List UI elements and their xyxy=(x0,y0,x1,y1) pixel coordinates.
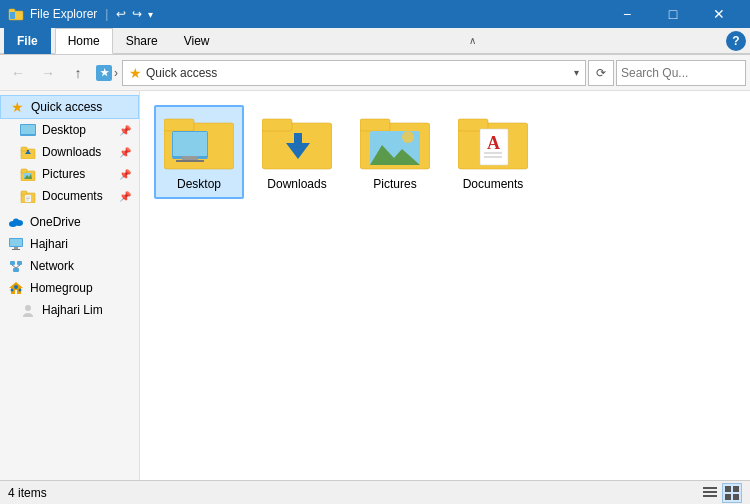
help-button[interactable]: ? xyxy=(726,31,746,51)
ribbon: File Home Share View ∧ ? xyxy=(0,28,750,55)
sidebar-label-pictures: Pictures xyxy=(42,167,113,181)
close-button[interactable]: ✕ xyxy=(696,0,742,28)
svg-rect-66 xyxy=(733,486,739,492)
ribbon-tab-bar: File Home Share View ∧ ? xyxy=(0,28,750,54)
sidebar-item-pictures[interactable]: Pictures 📌 xyxy=(0,163,139,185)
network-icon xyxy=(8,258,24,274)
folder-grid: Desktop Downloads xyxy=(150,101,740,203)
sidebar-item-homegroup[interactable]: Homegroup xyxy=(0,277,139,299)
navigation-bar: ← → ↑ ★ › ★ Quick access ▾ ⟳ 🔍 xyxy=(0,55,750,91)
sidebar-item-quick-access[interactable]: ★ Quick access xyxy=(0,95,139,119)
sidebar-item-hajhari[interactable]: Hajhari xyxy=(0,233,139,255)
quick-access-star-icon: ★ xyxy=(9,99,25,115)
svg-rect-2 xyxy=(10,12,15,19)
title-bar-left: File Explorer | ↩ ↪ ▾ xyxy=(8,6,153,22)
list-view-button[interactable] xyxy=(700,483,720,503)
svg-rect-26 xyxy=(10,261,15,265)
downloads-folder-icon xyxy=(262,113,332,173)
maximize-button[interactable]: □ xyxy=(650,0,696,28)
main-area: ★ Quick access Desktop 📌 Downloads xyxy=(0,91,750,480)
documents-folder-label: Documents xyxy=(463,177,524,191)
svg-rect-25 xyxy=(12,249,20,250)
folder-item-pictures[interactable]: Pictures xyxy=(350,105,440,199)
ribbon-collapse-button[interactable]: ∧ xyxy=(462,31,482,51)
computer-icon xyxy=(8,236,24,252)
folder-item-documents[interactable]: A Documents xyxy=(448,105,538,199)
sidebar-label-quick-access: Quick access xyxy=(31,100,130,114)
sidebar-label-homegroup: Homegroup xyxy=(30,281,131,295)
onedrive-icon xyxy=(8,214,24,230)
homegroup-icon xyxy=(8,280,24,296)
address-bar[interactable]: ★ Quick access ▾ xyxy=(122,60,586,86)
svg-rect-41 xyxy=(173,132,207,156)
sidebar-label-hajhari-lim: Hajhari Lim xyxy=(42,303,131,317)
svg-rect-10 xyxy=(21,169,27,173)
svg-rect-67 xyxy=(725,494,731,500)
folder-item-downloads[interactable]: Downloads xyxy=(252,105,342,199)
svg-point-32 xyxy=(14,285,18,289)
svg-point-36 xyxy=(23,313,33,317)
desktop-folder-label: Desktop xyxy=(177,177,221,191)
title-bar: File Explorer | ↩ ↪ ▾ − □ ✕ xyxy=(0,0,750,28)
large-icon-view-button[interactable] xyxy=(722,483,742,503)
desktop-pin-icon: 📌 xyxy=(119,125,131,136)
svg-rect-39 xyxy=(164,119,194,131)
tab-share[interactable]: Share xyxy=(113,28,171,54)
svg-rect-8 xyxy=(27,150,29,154)
back-button[interactable]: ← xyxy=(4,59,32,87)
search-bar[interactable]: 🔍 xyxy=(616,60,746,86)
svg-rect-14 xyxy=(21,191,27,195)
sidebar-label-network: Network xyxy=(30,259,131,273)
tab-view[interactable]: View xyxy=(171,28,223,54)
tab-file[interactable]: File xyxy=(4,28,51,54)
sidebar-item-hajhari-lim[interactable]: Hajhari Lim xyxy=(0,299,139,321)
svg-line-30 xyxy=(16,265,20,268)
documents-pin-icon: 📌 xyxy=(119,191,131,202)
desktop-folder-icon xyxy=(164,113,234,173)
documents-folder-icon: A xyxy=(458,113,528,173)
svg-rect-64 xyxy=(703,495,717,497)
item-count: 4 items xyxy=(8,486,47,500)
window-controls: − □ ✕ xyxy=(604,0,742,28)
svg-rect-65 xyxy=(725,486,731,492)
dropdown-arrow[interactable]: ▾ xyxy=(148,9,153,20)
svg-rect-27 xyxy=(17,261,22,265)
undo-icon[interactable]: ↩ xyxy=(116,7,126,21)
sidebar-item-network[interactable]: Network xyxy=(0,255,139,277)
address-dropdown-arrow[interactable]: ▾ xyxy=(574,67,579,78)
svg-point-33 xyxy=(19,289,22,292)
forward-button[interactable]: → xyxy=(34,59,62,87)
svg-point-34 xyxy=(11,289,14,292)
desktop-icon xyxy=(20,122,36,138)
sidebar-label-hajhari: Hajhari xyxy=(30,237,131,251)
redo-icon[interactable]: ↪ xyxy=(132,7,142,21)
folder-item-desktop[interactable]: Desktop xyxy=(154,105,244,199)
downloads-pin-icon: 📌 xyxy=(119,147,131,158)
svg-rect-46 xyxy=(262,119,292,131)
svg-rect-4 xyxy=(21,125,35,134)
pictures-icon xyxy=(20,166,36,182)
pictures-folder-icon xyxy=(360,113,430,173)
svg-rect-6 xyxy=(21,147,27,151)
sidebar-item-desktop[interactable]: Desktop 📌 xyxy=(0,119,139,141)
sidebar-item-onedrive[interactable]: OneDrive xyxy=(0,211,139,233)
downloads-folder-label: Downloads xyxy=(267,177,326,191)
user-icon xyxy=(20,302,36,318)
search-input[interactable] xyxy=(621,66,750,80)
refresh-button[interactable]: ⟳ xyxy=(588,60,614,86)
svg-rect-51 xyxy=(360,119,390,131)
svg-rect-68 xyxy=(733,494,739,500)
minimize-button[interactable]: − xyxy=(604,0,650,28)
pictures-pin-icon: 📌 xyxy=(119,169,131,180)
separator: | xyxy=(105,7,108,21)
svg-point-35 xyxy=(25,305,31,311)
svg-rect-42 xyxy=(182,156,198,160)
address-path: Quick access xyxy=(146,66,217,80)
up-button[interactable]: ↑ xyxy=(64,59,92,87)
sidebar-item-documents[interactable]: Documents 📌 xyxy=(0,185,139,207)
svg-rect-23 xyxy=(10,239,22,246)
svg-line-29 xyxy=(12,265,16,268)
app-icon xyxy=(8,6,24,22)
tab-home[interactable]: Home xyxy=(55,28,113,54)
sidebar-item-downloads[interactable]: Downloads 📌 xyxy=(0,141,139,163)
